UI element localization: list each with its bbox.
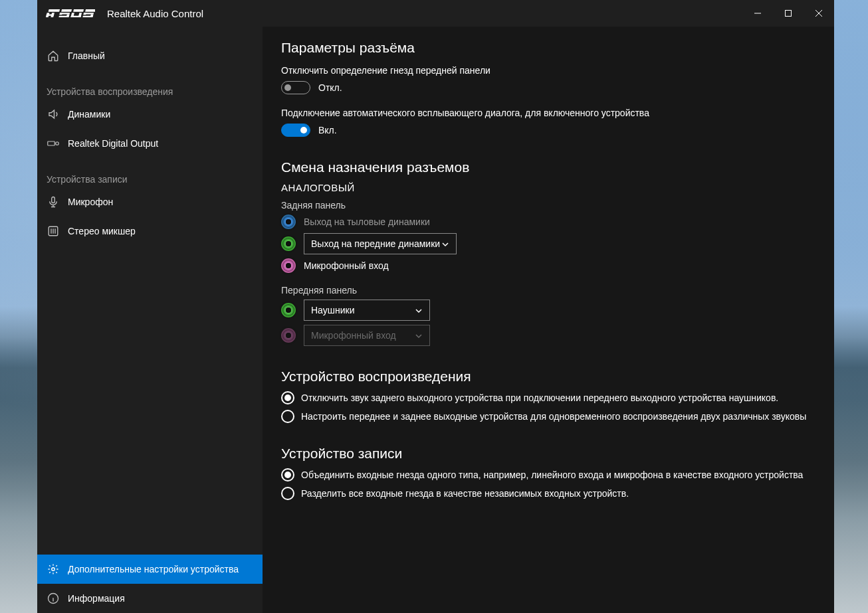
sidebar-item-stereo-mix[interactable]: Стерео микшер (37, 217, 263, 246)
sidebar-item-speakers[interactable]: Динамики (37, 100, 263, 129)
svg-rect-3 (85, 9, 95, 12)
jack-pink-icon[interactable] (281, 258, 296, 273)
info-icon (45, 590, 61, 606)
radio-record-combine[interactable] (281, 468, 294, 482)
dropdown-value: Наушники (311, 305, 354, 315)
sidebar-item-label: Дополнительные настройки устройства (68, 564, 239, 574)
svg-rect-17 (90, 15, 94, 17)
sidebar: Главный Устройства воспроизведения Динам… (37, 27, 263, 613)
toggle-auto-popup[interactable] (281, 124, 310, 137)
titlebar: Realtek Audio Control (37, 0, 834, 27)
svg-rect-19 (48, 141, 55, 145)
dropdown-value: Микрофонный вход (311, 330, 396, 341)
speakers-icon (45, 106, 61, 122)
radio-row-playback-2: Настроить переднее и заднее выходные уст… (281, 410, 834, 423)
home-icon (45, 48, 61, 64)
app-window: Realtek Audio Control Главный Устройства… (37, 0, 834, 613)
radio-label: Объединить входные гнезда одного типа, н… (301, 468, 803, 482)
minimize-button[interactable] (742, 3, 773, 24)
sidebar-item-digital-out[interactable]: Realtek Digital Output (37, 129, 263, 158)
radio-label: Разделить все входные гнезда в качестве … (301, 487, 629, 500)
svg-rect-2 (73, 9, 84, 12)
sidebar-item-label: Стерео микшер (68, 226, 136, 236)
radio-row-record-1: Объединить входные гнезда одного типа, н… (281, 468, 834, 482)
svg-rect-6 (46, 15, 54, 16)
sidebar-item-label: Динамики (68, 109, 110, 120)
jack-row-front-out: Выход на передние динамики (281, 233, 834, 254)
disable-front-detect-label: Отключить определение гнезд передней пан… (281, 65, 834, 76)
svg-rect-18 (786, 11, 792, 17)
sidebar-item-label: Realtek Digital Output (68, 138, 158, 149)
analog-label: АНАЛОГОВЫЙ (281, 182, 834, 193)
dropdown-mic-in-disabled: Микрофонный вход (304, 325, 430, 346)
back-panel-label: Задняя панель (281, 200, 834, 211)
dropdown-front-speakers[interactable]: Выход на передние динамики (304, 233, 457, 254)
radio-record-split[interactable] (281, 487, 294, 500)
svg-point-20 (56, 142, 59, 145)
jack-blue-icon[interactable] (281, 215, 296, 229)
radio-label: Настроить переднее и заднее выходные уст… (301, 410, 806, 423)
sidebar-item-label: Информация (68, 593, 125, 604)
svg-rect-15 (83, 13, 86, 15)
jack-row-rear-out: Выход на тыловые динамики (281, 215, 834, 229)
toggle-state: Вкл. (318, 125, 337, 135)
sidebar-section-playback: Устройства воспроизведения (37, 70, 263, 100)
svg-rect-13 (70, 16, 81, 17)
jack-rear-out-label: Выход на тыловые динамики (304, 217, 430, 227)
sidebar-section-record: Устройства записи (37, 158, 263, 187)
svg-rect-10 (66, 15, 70, 17)
dropdown-value: Выход на передние динамики (311, 238, 440, 249)
sidebar-item-advanced[interactable]: Дополнительные настройки устройства (37, 555, 263, 584)
toggle-disable-front-detect[interactable] (281, 81, 310, 94)
jack-mic-in-label: Микрофонный вход (304, 260, 389, 271)
radio-row-playback-1: Отключить звук заднего выходного устройс… (281, 391, 834, 404)
digital-out-icon (45, 135, 61, 151)
svg-rect-0 (49, 9, 60, 12)
svg-rect-21 (52, 197, 55, 203)
connector-heading: Параметры разъёма (281, 40, 834, 56)
asus-logo (45, 8, 95, 19)
jack-green-icon[interactable] (281, 236, 296, 251)
gear-icon (45, 561, 61, 577)
playback-heading: Устройство воспроизведения (281, 369, 834, 385)
stereo-mix-icon (45, 223, 61, 239)
chevron-down-icon (415, 331, 423, 339)
radio-playback-dual[interactable] (281, 410, 294, 423)
jack-row-headphones: Наушники (281, 300, 834, 321)
record-heading: Устройство записи (281, 446, 834, 462)
jack-row-mic-in-front: Микрофонный вход (281, 325, 834, 346)
radio-playback-mute-rear[interactable] (281, 391, 294, 404)
sidebar-item-home[interactable]: Главный (37, 41, 263, 70)
auto-popup-label: Подключение автоматического всплывающего… (281, 108, 834, 118)
dropdown-headphones[interactable]: Наушники (304, 300, 430, 321)
app-title: Realtek Audio Control (107, 8, 203, 19)
retasking-heading: Смена назначения разъемов (281, 159, 834, 175)
svg-point-23 (52, 568, 55, 571)
jack-green-icon[interactable] (281, 303, 296, 317)
window-controls (742, 3, 834, 24)
jack-row-mic-in: Микрофонный вход (281, 258, 834, 273)
sidebar-item-info[interactable]: Информация (37, 584, 263, 613)
jack-pink-dim-icon (281, 328, 296, 343)
chevron-down-icon (441, 240, 449, 248)
sidebar-item-microphone[interactable]: Микрофон (37, 187, 263, 217)
maximize-button[interactable] (773, 3, 804, 24)
radio-label: Отключить звук заднего выходного устройс… (301, 391, 778, 404)
radio-row-record-2: Разделить все входные гнезда в качестве … (281, 487, 834, 500)
svg-rect-8 (59, 13, 62, 15)
sidebar-item-label: Микрофон (68, 197, 113, 207)
front-panel-label: Передняя панель (281, 285, 834, 296)
microphone-icon (45, 194, 61, 210)
close-button[interactable] (804, 3, 834, 24)
svg-rect-1 (61, 9, 72, 12)
toggle-state: Откл. (318, 82, 342, 93)
main-content: Параметры разъёма Отключить определение … (263, 27, 834, 613)
chevron-down-icon (415, 306, 423, 314)
sidebar-item-label: Главный (68, 50, 105, 61)
